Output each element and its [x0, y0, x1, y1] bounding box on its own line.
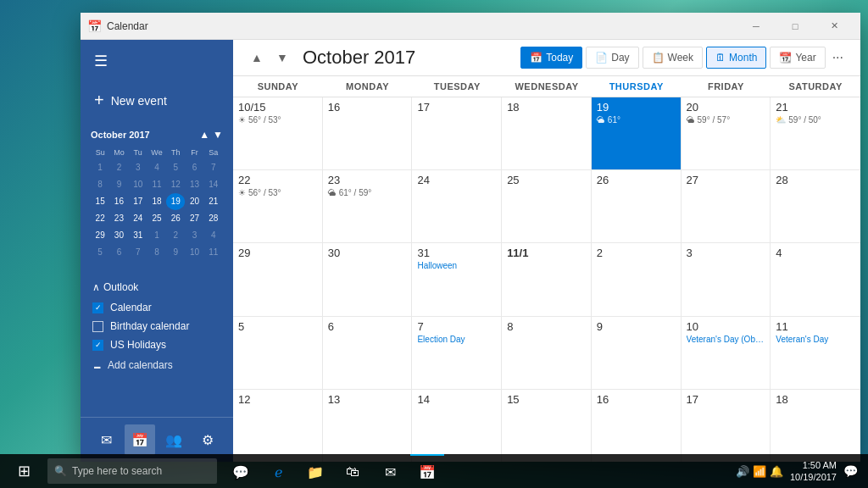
calendar-day-cell[interactable]: 4 — [771, 243, 860, 315]
mini-day-cell[interactable]: 26 — [166, 210, 185, 227]
mini-day-cell[interactable]: 4 — [204, 227, 223, 244]
settings-icon[interactable]: ⚙ — [192, 424, 223, 455]
calendar-day-cell[interactable]: 9 — [592, 317, 682, 389]
calendar-day-cell[interactable]: 28 — [771, 170, 860, 242]
calendar-day-cell[interactable]: 3 — [682, 243, 771, 315]
mini-cal-next[interactable]: ▼ — [213, 129, 223, 141]
calendar-event[interactable]: Veteran's Day — [776, 335, 855, 344]
sidebar-people-icon[interactable]: 👥 — [159, 424, 189, 455]
calendar-day-cell[interactable]: 8 — [502, 317, 592, 389]
mini-day-cell[interactable]: 24 — [129, 210, 147, 227]
mini-day-cell[interactable]: 7 — [129, 244, 147, 261]
mini-day-cell[interactable]: 11 — [147, 176, 166, 193]
calendar-day-cell[interactable]: 6 — [323, 317, 413, 389]
day-button[interactable]: 📄 Day — [586, 47, 638, 69]
calendar-day-cell[interactable]: 10/15☀ 56° / 53° — [233, 97, 323, 169]
calendar-event[interactable]: Veteran's Day (Observ... — [687, 335, 765, 344]
maximize-button[interactable]: □ — [776, 13, 815, 40]
sidebar-calendar-icon[interactable]: 📅 — [125, 424, 155, 455]
mini-day-cell[interactable]: 17 — [129, 193, 147, 210]
mini-day-cell[interactable]: 12 — [166, 176, 185, 193]
calendar-day-cell[interactable]: 5 — [233, 317, 323, 389]
search-box[interactable]: 🔍 Type here to search — [47, 458, 217, 484]
start-button[interactable]: ⊞ — [3, 454, 44, 488]
close-button[interactable]: ✕ — [815, 13, 854, 40]
mini-day-cell[interactable]: 1 — [91, 159, 109, 176]
mini-day-cell[interactable]: 13 — [185, 176, 203, 193]
taskbar-store[interactable]: 🛍 — [336, 454, 370, 488]
mini-day-cell[interactable]: 6 — [109, 244, 128, 261]
calendar-day-cell[interactable]: 16 — [592, 390, 682, 462]
calendar-day-cell[interactable]: 12 — [233, 390, 323, 462]
calendar-day-cell[interactable]: 18 — [502, 97, 592, 169]
calendar-day-cell[interactable]: 11/1 — [502, 243, 592, 315]
mini-day-cell[interactable]: 9 — [109, 176, 128, 193]
taskbar-calendar[interactable]: 📅 — [410, 454, 444, 488]
calendar-day-cell[interactable]: 17 — [682, 390, 771, 462]
calendar-day-cell[interactable]: 19🌥 61° — [592, 97, 682, 169]
mini-day-cell[interactable]: 5 — [166, 159, 185, 176]
calendar-day-cell[interactable]: 13 — [323, 390, 413, 462]
mini-day-cell[interactable]: 2 — [166, 227, 185, 244]
mini-day-cell[interactable]: 27 — [185, 210, 203, 227]
calendar-day-cell[interactable]: 10Veteran's Day (Observ... — [682, 317, 771, 389]
mini-day-cell[interactable]: 6 — [185, 159, 203, 176]
taskbar-cortana[interactable]: 💬 — [224, 454, 258, 488]
mini-cal-prev[interactable]: ▲ — [199, 129, 209, 141]
mini-day-cell[interactable]: 20 — [185, 193, 203, 210]
calendar-day-cell[interactable]: 17 — [412, 97, 502, 169]
taskbar-explorer[interactable]: 📁 — [298, 454, 332, 488]
calendar-day-cell[interactable]: 20🌥 59° / 57° — [682, 97, 771, 169]
calendar-day-cell[interactable]: 14 — [412, 390, 502, 462]
calendar-day-cell[interactable]: 15 — [502, 390, 592, 462]
minimize-button[interactable]: ─ — [737, 13, 776, 40]
mini-day-cell[interactable]: 8 — [91, 176, 109, 193]
outlook-header[interactable]: ∧ Outlook — [92, 281, 221, 293]
mini-day-cell[interactable]: 29 — [91, 227, 109, 244]
hamburger-button[interactable]: ☰ — [81, 40, 233, 82]
calendar-event[interactable]: Halloween — [417, 261, 496, 270]
mini-day-cell[interactable]: 7 — [204, 159, 223, 176]
mini-day-cell[interactable]: 11 — [204, 244, 223, 261]
mini-day-cell[interactable]: 31 — [129, 227, 147, 244]
mini-day-cell[interactable]: 4 — [147, 159, 166, 176]
prev-button[interactable]: ▲ — [247, 47, 267, 68]
taskbar-edge[interactable]: ℯ — [261, 454, 295, 488]
mini-day-cell[interactable]: 30 — [109, 227, 128, 244]
mini-day-cell[interactable]: 1 — [147, 227, 166, 244]
calendar-day-cell[interactable]: 24 — [412, 170, 502, 242]
calendar-event[interactable]: Election Day — [417, 335, 496, 344]
calendar-day-cell[interactable]: 23🌥 61° / 59° — [323, 170, 413, 242]
mini-day-cell[interactable]: 18 — [147, 193, 166, 210]
mini-day-cell[interactable]: 3 — [185, 227, 203, 244]
taskbar-mail[interactable]: ✉ — [373, 454, 407, 488]
calendar-day-cell[interactable]: 30 — [323, 243, 413, 315]
mini-day-cell[interactable]: 19 — [166, 193, 185, 210]
mini-day-cell[interactable]: 21 — [204, 193, 223, 210]
mini-day-cell[interactable]: 3 — [129, 159, 147, 176]
calendar-day-cell[interactable]: 16 — [323, 97, 413, 169]
sidebar-mail-icon[interactable]: ✉ — [91, 424, 121, 455]
action-center-icon[interactable]: 💬 — [843, 464, 858, 478]
mini-day-cell[interactable]: 9 — [166, 244, 185, 261]
month-button[interactable]: 🗓 Month — [706, 47, 766, 69]
calendar-day-cell[interactable]: 18 — [771, 390, 860, 462]
more-button[interactable]: ··· — [829, 50, 847, 65]
calendar-item[interactable]: ✓US Holidays — [92, 339, 221, 351]
mini-day-cell[interactable]: 5 — [91, 244, 109, 261]
mini-day-cell[interactable]: 16 — [109, 193, 128, 210]
calendar-day-cell[interactable]: 26 — [592, 170, 682, 242]
calendar-day-cell[interactable]: 2 — [592, 243, 682, 315]
mini-day-cell[interactable]: 10 — [129, 176, 147, 193]
calendar-day-cell[interactable]: 21⛅ 59° / 50° — [771, 97, 860, 169]
calendar-day-cell[interactable]: 25 — [502, 170, 592, 242]
calendar-day-cell[interactable]: 27 — [682, 170, 771, 242]
mini-day-cell[interactable]: 25 — [147, 210, 166, 227]
taskbar-clock[interactable]: 1:50 AM 10/19/2017 — [790, 459, 837, 484]
mini-day-cell[interactable]: 8 — [147, 244, 166, 261]
calendar-item[interactable]: ✓Calendar — [92, 302, 221, 313]
mini-day-cell[interactable]: 10 — [185, 244, 203, 261]
next-button[interactable]: ▼ — [272, 47, 292, 68]
add-calendars-button[interactable]: 🗕 Add calendars — [92, 359, 221, 371]
mini-day-cell[interactable]: 14 — [204, 176, 223, 193]
